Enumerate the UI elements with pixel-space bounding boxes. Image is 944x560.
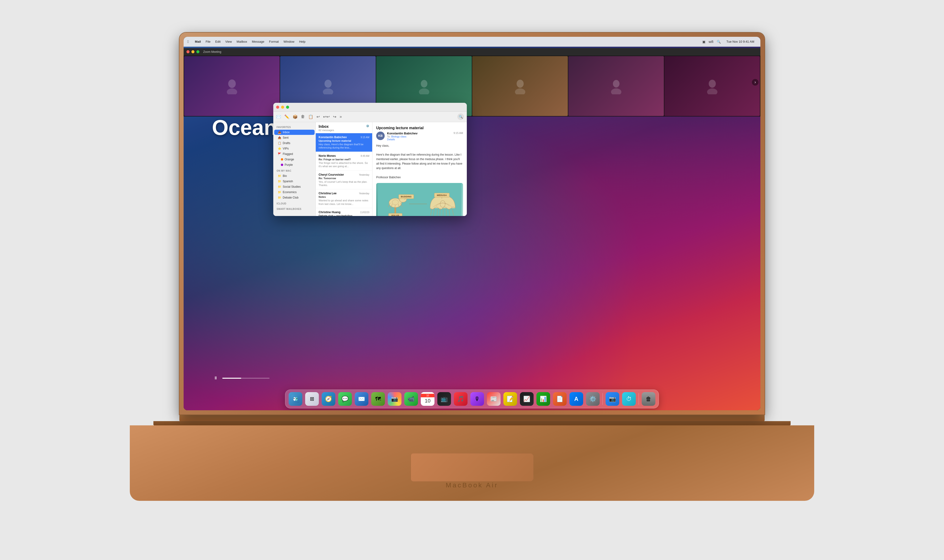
macbook:  Mail File Edit View Mailbox Message Fo… — [130, 32, 814, 528]
macbook-hinge — [153, 421, 791, 425]
video-controls[interactable]: ⏸ — [212, 374, 270, 382]
dock-podcasts[interactable]: 🎙 — [469, 391, 485, 407]
mail-minimize-btn[interactable] — [281, 106, 284, 109]
search-button[interactable]: 🔍 — [457, 114, 464, 120]
detail-to-address[interactable]: Biology class — [391, 135, 406, 138]
mail-content: Favorites 📥 Inbox 📤 Sent 📋 — [273, 122, 467, 216]
sidebar-inbox[interactable]: 📥 Inbox — [274, 130, 315, 135]
dock-stocks[interactable]: 📈 — [519, 391, 535, 407]
search-menubar-icon[interactable]: 🔍 — [717, 40, 721, 44]
sidebar-purple[interactable]: Purple — [274, 162, 315, 168]
details-link[interactable]: Details — [387, 138, 451, 141]
mail-item-2-header: Cheryl Courvoisier Yesterday — [319, 173, 369, 176]
dock-appstore[interactable]: A — [569, 391, 584, 407]
finder-icon — [288, 392, 302, 406]
more-icon[interactable]: » — [339, 114, 342, 119]
forward-icon[interactable]: ↪ — [333, 114, 336, 119]
dock-screentime[interactable]: ⏱ — [621, 391, 637, 407]
sidebar-sent[interactable]: 📤 Sent — [274, 135, 315, 140]
dock-pages[interactable]: 📄 — [552, 391, 568, 407]
archive-icon[interactable]: 📦 — [293, 114, 298, 119]
apple-menu[interactable]:  — [187, 40, 189, 44]
sidebar-drafts[interactable]: 📋 Drafts — [274, 140, 315, 146]
mail-item-3[interactable]: Christina Lee Yesterday Notes Wanted to … — [316, 189, 372, 208]
menubar-window[interactable]: Window — [281, 40, 297, 43]
sidebar-vips[interactable]: ⭐ VIPs — [274, 146, 315, 151]
mail-close-btn[interactable] — [276, 106, 279, 109]
menubar-help[interactable]: Help — [297, 40, 308, 43]
mail-item-3-time: Yesterday — [359, 192, 369, 195]
dock-maps[interactable]: 🗺 — [370, 391, 386, 407]
mail-detail-body: Hey class, Here's the diagram that we'll… — [376, 144, 463, 180]
dock-safari[interactable]: 🧭 — [321, 391, 336, 407]
menubar-edit[interactable]: Edit — [213, 40, 223, 43]
mail-item-2-preview: Yes, of course! Let's keep that as the p… — [319, 180, 369, 187]
menubar-format[interactable]: Format — [267, 40, 281, 43]
sidebar-economics[interactable]: 📁 Economics — [274, 189, 315, 195]
sidebar-debate-club[interactable]: 📁 Debate Club — [274, 195, 315, 200]
macbook-screen:  Mail File Edit View Mailbox Message Fo… — [179, 32, 765, 414]
folder-debate-icon: 📁 — [278, 196, 281, 199]
zoom-next-arrow[interactable]: › — [752, 79, 759, 86]
mail-item-1-subject: Re: Fringe or barrier reef? — [319, 158, 369, 161]
menubar-app[interactable]: Mail — [193, 40, 203, 43]
menubar-view[interactable]: View — [223, 40, 234, 43]
mail-item-1[interactable]: Norio Mones 8:49 AM Re: Fringe or barrie… — [316, 152, 372, 171]
svg-point-5 — [419, 88, 429, 94]
dock-facetime[interactable]: 📹 — [403, 391, 419, 407]
menubar-mailbox[interactable]: Mailbox — [234, 40, 250, 43]
maps-icon: 🗺 — [371, 392, 385, 406]
mail-detail-header: Upcoming lecture material KB Konstantin … — [376, 126, 463, 141]
progress-fill — [222, 378, 241, 378]
zoom-video-row: Zeke — [184, 55, 760, 117]
mail-maximize-btn[interactable] — [286, 106, 289, 109]
messages-icon: 💬 — [338, 392, 352, 406]
sidebar-spanish[interactable]: 📁 Spanish — [274, 179, 315, 184]
envelope-icon[interactable]: ✉️ — [276, 114, 281, 119]
reply-all-icon[interactable]: ↩↩ — [323, 114, 330, 119]
mail-list: ⚙️ Inbox 62 messages Konstantin Babichev… — [316, 122, 372, 216]
reply-icon[interactable]: ↩ — [316, 114, 320, 119]
sort-button[interactable]: ⚙️ — [366, 125, 369, 128]
move-icon[interactable]: 📋 — [308, 114, 313, 119]
folder-economics-icon: 📁 — [278, 191, 281, 194]
menubar-message[interactable]: Message — [250, 40, 267, 43]
progress-bar[interactable] — [222, 378, 270, 378]
dock-notes[interactable]: 📝 — [503, 391, 518, 407]
zoom-minimize-btn[interactable] — [191, 50, 194, 53]
vips-icon: ⭐ — [278, 147, 281, 150]
zoom-close-btn[interactable] — [187, 50, 190, 53]
mail-item-2[interactable]: Cheryl Courvoisier Yesterday Re: Tomorro… — [316, 171, 372, 189]
pause-button[interactable]: ⏸ — [212, 374, 219, 382]
sidebar-flagged[interactable]: 🚩 Flagged — [274, 151, 315, 157]
svg-point-2 — [324, 80, 332, 88]
dock-mail[interactable]: ✉️ — [354, 391, 369, 407]
menubar-file[interactable]: File — [203, 40, 213, 43]
dock-messages[interactable]: 💬 — [337, 391, 353, 407]
sidebar-orange[interactable]: Orange — [274, 157, 315, 162]
macbook-touchpad[interactable] — [411, 453, 533, 482]
zoom-title: Zoom Meeting — [203, 50, 221, 54]
dock-news[interactable]: 📰 — [486, 391, 501, 407]
dock-launchpad[interactable]: ⊞ — [304, 391, 320, 407]
mail-item-4[interactable]: Christine Huang 11/02/20 Debate club – r… — [316, 208, 372, 216]
mail-item-0-preview: Hey class, Here's the diagram that'll be… — [319, 143, 369, 149]
dock-trash[interactable]: 🗑 — [641, 391, 656, 407]
dock-numbers[interactable]: 📊 — [535, 391, 551, 407]
dock-appletv[interactable]: 📺 — [437, 391, 452, 407]
jellyfish-diagram: POLYP BUDDING MEDUSA — [376, 183, 463, 216]
zoom-maximize-btn[interactable] — [196, 50, 199, 53]
dock-photos[interactable]: 📷 — [387, 391, 403, 407]
sidebar-social-studies[interactable]: 📁 Social Studies — [274, 184, 315, 189]
dock-zoom[interactable]: 📷 — [605, 391, 620, 407]
dock-music[interactable]: 🎵 — [453, 391, 469, 407]
trash-icon[interactable]: 🗑 — [301, 114, 305, 119]
dock-settings[interactable]: ⚙️ — [585, 391, 601, 407]
folder-bio-icon: 📁 — [278, 174, 281, 178]
sidebar-bio[interactable]: 📁 Bio — [274, 173, 315, 178]
economics-label: Economics — [283, 191, 297, 194]
mail-item-0[interactable]: Konstantin Babichev 9:15 AM Upcoming lec… — [316, 133, 372, 152]
dock-calendar[interactable]: 10 10 — [420, 391, 435, 407]
compose-icon[interactable]: ✏️ — [284, 114, 289, 119]
dock-finder[interactable] — [288, 391, 303, 407]
